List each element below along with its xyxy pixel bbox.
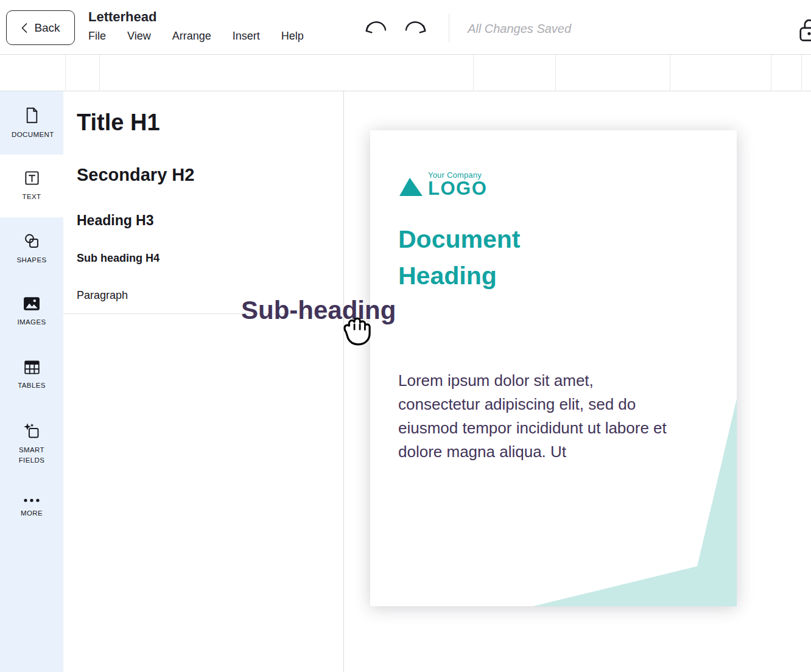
letterhead-editor-app: Back Letterhead File View Arrange Insert… [0,0,811,672]
shapes-icon [23,233,40,250]
grab-hand-cursor [335,307,374,346]
toolbar-divider [771,55,771,91]
redo-icon[interactable] [403,18,429,38]
toolbar-divider [555,55,556,91]
sidebar-item-label: MORE [21,508,43,519]
toolbar: Playfair Display Bold Italic 18px B I U … [0,55,811,91]
toolbar-divider [65,55,66,91]
sidebar-item-document[interactable]: DOCUMENT [0,91,63,155]
menu-bar: File View Arrange Insert Help [88,30,304,43]
sidebar-item-images[interactable]: IMAGES [0,280,63,343]
text-style-title-h1[interactable]: Title H1 [77,110,160,136]
logo-triangle-icon [398,175,424,197]
sidebar-item-label: SMART FIELDS [12,445,52,465]
sidebar-item-label: SHAPES [16,255,46,265]
toolbar-divider [670,55,670,91]
text-style-paragraph[interactable]: Paragraph [77,289,128,302]
sidebar-item-smart-fields[interactable]: SMART FIELDS [0,407,63,481]
sidebar-item-label: TEXT [23,192,41,202]
company-logo[interactable]: Your Company LOGO [398,170,487,197]
text-icon [24,170,40,186]
menu-file[interactable]: File [88,30,106,43]
tables-icon [24,360,40,375]
sidebar-item-label: TABLES [18,380,46,391]
document-heading-text[interactable]: Document Heading [398,222,587,295]
toolbar-divider [473,55,474,91]
work-area: DOCUMENT TEXT SHAPES IMAGES [0,91,811,672]
toolbar-divider [801,55,802,91]
menu-insert[interactable]: Insert [233,30,260,43]
back-button[interactable]: Back [6,10,75,45]
save-status: All Changes Saved [468,22,571,36]
document-body-text[interactable]: Lorem ipsum dolor sit amet, consectetur … [398,369,679,464]
back-label: Back [34,21,60,35]
logo-wordmark: LOGO [428,180,487,197]
document-title: Letterhead [88,9,156,25]
header: Back Letterhead File View Arrange Insert… [0,0,811,55]
chevron-left-icon [21,23,28,33]
corner-accent-shape [370,130,737,606]
toolbar-divider [99,55,100,91]
sidebar-item-label: DOCUMENT [12,130,52,140]
sidebar-item-tables[interactable]: TABLES [0,343,63,407]
sidebar-item-more[interactable]: MORE [0,481,63,536]
sidebar-item-shapes[interactable]: SHAPES [0,217,63,280]
text-styles-panel: Title H1 Secondary H2 Heading H3 Sub hea… [63,91,344,672]
lock-icon[interactable] [798,17,811,43]
menu-help[interactable]: Help [281,30,304,43]
menu-arrange[interactable]: Arrange [172,30,211,43]
sidebar-item-label: IMAGES [17,317,46,327]
sidebar-item-text[interactable]: TEXT [0,155,63,217]
images-icon [23,296,40,312]
document-page[interactable]: Your Company LOGO Document Heading Lorem… [370,130,737,606]
header-divider [449,13,449,43]
text-style-subheading-h4[interactable]: Sub heading H4 [77,252,160,265]
sidebar: DOCUMENT TEXT SHAPES IMAGES [0,91,63,672]
canvas[interactable]: Your Company LOGO Document Heading Lorem… [344,91,811,672]
smart-fields-icon [23,422,40,439]
text-style-heading-h3[interactable]: Heading H3 [77,212,154,229]
more-dots-icon [23,498,41,503]
document-icon [24,107,40,124]
logo-text-block: Your Company LOGO [428,170,487,197]
menu-view[interactable]: View [127,30,151,43]
undo-icon[interactable] [363,18,388,38]
text-style-secondary-h2[interactable]: Secondary H2 [77,165,194,185]
